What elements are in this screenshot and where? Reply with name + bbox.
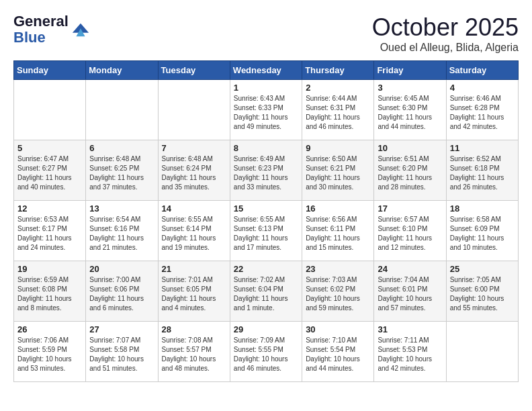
calendar-cell: 3Sunrise: 6:45 AM Sunset: 6:30 PM Daylig…	[374, 80, 446, 140]
day-number: 17	[378, 203, 442, 214]
day-info: Sunrise: 6:55 AM Sunset: 6:13 PM Dayligh…	[234, 215, 298, 253]
day-number: 21	[162, 264, 226, 274]
calendar-cell: 20Sunrise: 7:00 AM Sunset: 6:06 PM Dayli…	[86, 261, 158, 322]
calendar-cell: 11Sunrise: 6:52 AM Sunset: 6:18 PM Dayli…	[446, 140, 518, 201]
calendar-cell: 24Sunrise: 7:04 AM Sunset: 6:01 PM Dayli…	[374, 261, 446, 322]
day-info: Sunrise: 7:11 AM Sunset: 5:53 PM Dayligh…	[378, 336, 442, 373]
day-number: 10	[378, 143, 442, 153]
day-info: Sunrise: 6:49 AM Sunset: 6:23 PM Dayligh…	[234, 154, 298, 192]
calendar-week-row: 26Sunrise: 7:06 AM Sunset: 5:59 PM Dayli…	[14, 322, 519, 382]
calendar-week-row: 1Sunrise: 6:43 AM Sunset: 6:33 PM Daylig…	[14, 80, 519, 140]
calendar-cell: 15Sunrise: 6:55 AM Sunset: 6:13 PM Dayli…	[230, 201, 302, 261]
weekday-header-saturday: Saturday	[446, 61, 518, 80]
calendar-cell: 30Sunrise: 7:10 AM Sunset: 5:54 PM Dayli…	[302, 322, 374, 382]
calendar-table: SundayMondayTuesdayWednesdayThursdayFrid…	[13, 60, 519, 382]
calendar-cell: 1Sunrise: 6:43 AM Sunset: 6:33 PM Daylig…	[230, 80, 302, 140]
calendar-cell: 2Sunrise: 6:44 AM Sunset: 6:31 PM Daylig…	[302, 80, 374, 140]
calendar-cell: 9Sunrise: 6:50 AM Sunset: 6:21 PM Daylig…	[302, 140, 374, 201]
day-info: Sunrise: 6:59 AM Sunset: 6:08 PM Dayligh…	[17, 275, 82, 313]
weekday-header-wednesday: Wednesday	[230, 61, 302, 80]
calendar-cell: 27Sunrise: 7:07 AM Sunset: 5:58 PM Dayli…	[86, 322, 158, 382]
logo-line1: General	[13, 13, 69, 30]
day-number: 29	[234, 324, 298, 334]
day-info: Sunrise: 7:08 AM Sunset: 5:57 PM Dayligh…	[162, 336, 226, 373]
day-number: 2	[306, 83, 370, 93]
calendar-header: SundayMondayTuesdayWednesdayThursdayFrid…	[14, 61, 519, 80]
calendar-cell: 12Sunrise: 6:53 AM Sunset: 6:17 PM Dayli…	[14, 201, 86, 261]
calendar-week-row: 12Sunrise: 6:53 AM Sunset: 6:17 PM Dayli…	[14, 201, 519, 261]
day-info: Sunrise: 6:55 AM Sunset: 6:14 PM Dayligh…	[162, 215, 226, 253]
calendar-cell	[446, 322, 518, 382]
calendar-cell: 31Sunrise: 7:11 AM Sunset: 5:53 PM Dayli…	[374, 322, 446, 382]
day-info: Sunrise: 7:10 AM Sunset: 5:54 PM Dayligh…	[306, 336, 370, 373]
calendar-cell: 6Sunrise: 6:48 AM Sunset: 6:25 PM Daylig…	[86, 140, 158, 201]
month-title: October 2025	[372, 13, 519, 42]
day-number: 7	[162, 143, 226, 153]
day-number: 31	[378, 324, 442, 334]
day-number: 13	[89, 203, 154, 214]
location-subtitle: Oued el Alleug, Blida, Algeria	[372, 42, 519, 54]
calendar-cell: 29Sunrise: 7:09 AM Sunset: 5:55 PM Dayli…	[230, 322, 302, 382]
day-number: 24	[378, 264, 442, 274]
calendar-cell: 14Sunrise: 6:55 AM Sunset: 6:14 PM Dayli…	[158, 201, 230, 261]
day-info: Sunrise: 6:48 AM Sunset: 6:24 PM Dayligh…	[162, 154, 226, 192]
day-info: Sunrise: 7:04 AM Sunset: 6:01 PM Dayligh…	[378, 275, 442, 313]
weekday-header-tuesday: Tuesday	[158, 61, 230, 80]
day-info: Sunrise: 7:05 AM Sunset: 6:00 PM Dayligh…	[450, 275, 515, 313]
day-number: 25	[450, 264, 515, 274]
day-info: Sunrise: 6:53 AM Sunset: 6:17 PM Dayligh…	[17, 215, 82, 253]
calendar-cell: 17Sunrise: 6:57 AM Sunset: 6:10 PM Dayli…	[374, 201, 446, 261]
day-info: Sunrise: 6:58 AM Sunset: 6:09 PM Dayligh…	[450, 215, 515, 253]
calendar-cell: 10Sunrise: 6:51 AM Sunset: 6:20 PM Dayli…	[374, 140, 446, 201]
day-info: Sunrise: 6:43 AM Sunset: 6:33 PM Dayligh…	[234, 94, 298, 132]
day-info: Sunrise: 6:48 AM Sunset: 6:25 PM Dayligh…	[89, 154, 154, 192]
day-number: 12	[17, 203, 82, 214]
day-number: 20	[89, 264, 154, 274]
day-number: 3	[378, 83, 442, 93]
weekday-header-row: SundayMondayTuesdayWednesdayThursdayFrid…	[14, 61, 519, 80]
day-number: 28	[162, 324, 226, 334]
calendar-week-row: 5Sunrise: 6:47 AM Sunset: 6:27 PM Daylig…	[14, 140, 519, 201]
calendar-cell: 13Sunrise: 6:54 AM Sunset: 6:16 PM Dayli…	[86, 201, 158, 261]
calendar-cell: 25Sunrise: 7:05 AM Sunset: 6:00 PM Dayli…	[446, 261, 518, 322]
title-block: October 2025 Oued el Alleug, Blida, Alge…	[372, 13, 519, 54]
page-header: General Blue October 2025 Oued el Alleug…	[13, 13, 519, 54]
day-info: Sunrise: 6:56 AM Sunset: 6:11 PM Dayligh…	[306, 215, 370, 253]
logo-line2: Blue	[13, 30, 69, 46]
day-info: Sunrise: 7:07 AM Sunset: 5:58 PM Dayligh…	[89, 336, 154, 373]
day-number: 18	[450, 203, 515, 214]
calendar-week-row: 19Sunrise: 6:59 AM Sunset: 6:08 PM Dayli…	[14, 261, 519, 322]
day-info: Sunrise: 7:03 AM Sunset: 6:02 PM Dayligh…	[306, 275, 370, 313]
calendar-cell	[158, 80, 230, 140]
calendar-cell: 19Sunrise: 6:59 AM Sunset: 6:08 PM Dayli…	[14, 261, 86, 322]
calendar-cell	[14, 80, 86, 140]
day-number: 19	[17, 264, 82, 274]
calendar-cell: 7Sunrise: 6:48 AM Sunset: 6:24 PM Daylig…	[158, 140, 230, 201]
day-info: Sunrise: 6:47 AM Sunset: 6:27 PM Dayligh…	[17, 154, 82, 192]
day-info: Sunrise: 6:50 AM Sunset: 6:21 PM Dayligh…	[306, 154, 370, 192]
day-info: Sunrise: 7:09 AM Sunset: 5:55 PM Dayligh…	[234, 336, 298, 373]
calendar-cell: 4Sunrise: 6:46 AM Sunset: 6:28 PM Daylig…	[446, 80, 518, 140]
calendar-cell: 26Sunrise: 7:06 AM Sunset: 5:59 PM Dayli…	[14, 322, 86, 382]
day-number: 1	[234, 83, 298, 93]
day-number: 11	[450, 143, 515, 153]
calendar-cell: 8Sunrise: 6:49 AM Sunset: 6:23 PM Daylig…	[230, 140, 302, 201]
day-info: Sunrise: 7:01 AM Sunset: 6:05 PM Dayligh…	[162, 275, 226, 313]
calendar-cell: 18Sunrise: 6:58 AM Sunset: 6:09 PM Dayli…	[446, 201, 518, 261]
calendar-body: 1Sunrise: 6:43 AM Sunset: 6:33 PM Daylig…	[14, 80, 519, 382]
calendar-cell: 28Sunrise: 7:08 AM Sunset: 5:57 PM Dayli…	[158, 322, 230, 382]
day-info: Sunrise: 6:54 AM Sunset: 6:16 PM Dayligh…	[89, 215, 154, 253]
day-number: 9	[306, 143, 370, 153]
day-number: 4	[450, 83, 515, 93]
weekday-header-monday: Monday	[86, 61, 158, 80]
day-info: Sunrise: 6:45 AM Sunset: 6:30 PM Dayligh…	[378, 94, 442, 132]
day-number: 26	[17, 324, 82, 334]
day-info: Sunrise: 7:02 AM Sunset: 6:04 PM Dayligh…	[234, 275, 298, 313]
calendar-cell: 23Sunrise: 7:03 AM Sunset: 6:02 PM Dayli…	[302, 261, 374, 322]
day-info: Sunrise: 6:44 AM Sunset: 6:31 PM Dayligh…	[306, 94, 370, 132]
day-info: Sunrise: 6:46 AM Sunset: 6:28 PM Dayligh…	[450, 94, 515, 132]
calendar-cell: 21Sunrise: 7:01 AM Sunset: 6:05 PM Dayli…	[158, 261, 230, 322]
day-number: 14	[162, 203, 226, 214]
day-info: Sunrise: 7:00 AM Sunset: 6:06 PM Dayligh…	[89, 275, 154, 313]
weekday-header-friday: Friday	[374, 61, 446, 80]
